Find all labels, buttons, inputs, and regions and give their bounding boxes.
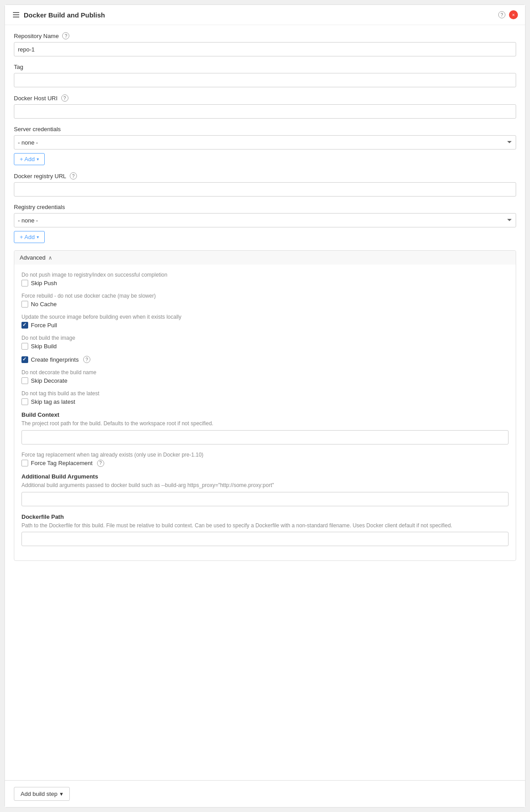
additional-args-group: Additional Build Arguments Additional bu…	[21, 473, 509, 506]
no-cache-checkbox[interactable]	[21, 301, 28, 308]
tag-label: Tag	[14, 64, 516, 70]
registry-credentials-select[interactable]: - none -	[14, 213, 516, 227]
advanced-header[interactable]: Advanced ∧	[14, 251, 516, 265]
no-cache-group: Force rebuild - do not use docker cache …	[21, 293, 509, 308]
skip-push-checkbox[interactable]	[21, 280, 28, 286]
skip-decorate-checkbox[interactable]	[21, 377, 28, 384]
no-cache-label[interactable]: No Cache	[31, 301, 57, 308]
registry-credentials-group: Registry credentials - none - + Add ▾	[14, 204, 516, 243]
skip-push-group: Do not push image to registry/index on s…	[21, 272, 509, 286]
page-title: Docker Build and Publish	[24, 11, 493, 19]
force-pull-group: Update the source image before building …	[21, 314, 509, 329]
force-pull-row: Force Pull	[21, 322, 509, 329]
docker-host-uri-input[interactable]	[14, 104, 516, 119]
skip-tag-checkbox[interactable]	[21, 398, 28, 405]
advanced-section: Advanced ∧ Do not push image to registry…	[14, 250, 516, 561]
repo-name-input[interactable]	[14, 42, 516, 56]
build-context-input[interactable]	[21, 430, 509, 444]
build-context-title: Build Context	[21, 411, 509, 418]
skip-tag-row: Skip tag as latest	[21, 398, 509, 405]
registry-credentials-add-button[interactable]: + Add ▾	[14, 231, 45, 243]
force-pull-checkbox[interactable]	[21, 322, 28, 329]
skip-tag-group: Do not tag this build as the latest Skip…	[21, 390, 509, 405]
registry-credentials-select-wrapper: - none -	[14, 213, 516, 227]
skip-decorate-hint: Do not decorate the build name	[21, 369, 509, 376]
registry-credentials-label: Registry credentials	[14, 204, 516, 210]
skip-push-label[interactable]: Skip Push	[31, 280, 57, 286]
force-tag-help-icon[interactable]: ?	[97, 460, 104, 467]
create-fingerprints-help-icon[interactable]: ?	[83, 356, 90, 363]
tag-group: Tag	[14, 64, 516, 87]
add-btn-1-arrow: ▾	[37, 157, 39, 162]
no-cache-row: No Cache	[21, 301, 509, 308]
create-fingerprints-row: Create fingerprints ?	[21, 356, 509, 363]
skip-tag-hint: Do not tag this build as the latest	[21, 390, 509, 397]
force-tag-checkbox[interactable]	[21, 460, 28, 466]
close-button[interactable]: ×	[509, 10, 518, 19]
add-build-step-label: Add build step	[21, 791, 57, 797]
docker-registry-url-help-icon[interactable]: ?	[70, 172, 77, 179]
skip-build-row: Skip Build	[21, 343, 509, 350]
skip-push-row: Skip Push	[21, 280, 509, 286]
add-build-step-button[interactable]: Add build step ▾	[14, 787, 70, 801]
skip-decorate-label[interactable]: Skip Decorate	[31, 377, 68, 384]
skip-build-label[interactable]: Skip Build	[31, 343, 57, 350]
advanced-label: Advanced	[20, 254, 46, 261]
force-tag-row: Force Tag Replacement ?	[21, 460, 509, 467]
header-help-icon[interactable]: ?	[498, 11, 505, 18]
build-context-hint: The project root path for the build. Def…	[21, 420, 509, 427]
main-card: Docker Build and Publish ? × Repository …	[4, 4, 526, 808]
repo-name-help-icon[interactable]: ?	[62, 32, 69, 39]
server-credentials-add-button[interactable]: + Add ▾	[14, 153, 45, 165]
repo-name-group: Repository Name ?	[14, 32, 516, 56]
server-credentials-select[interactable]: - none -	[14, 135, 516, 150]
server-credentials-group: Server credentials - none - + Add ▾	[14, 126, 516, 165]
footer-bar: Add build step ▾	[5, 780, 525, 807]
card-header: Docker Build and Publish ? ×	[5, 5, 525, 25]
tag-input[interactable]	[14, 73, 516, 87]
dockerfile-path-input[interactable]	[21, 532, 509, 546]
additional-args-title: Additional Build Arguments	[21, 473, 509, 480]
force-tag-label[interactable]: Force Tag Replacement	[31, 460, 93, 466]
dockerfile-path-hint: Path to the Dockerfile for this build. F…	[21, 522, 509, 530]
docker-registry-url-group: Docker registry URL ?	[14, 172, 516, 197]
docker-host-uri-label: Docker Host URI ?	[14, 94, 516, 102]
dockerfile-path-group: Dockerfile Path Path to the Dockerfile f…	[21, 513, 509, 547]
additional-args-hint: Additional build arguments passed to doc…	[21, 482, 509, 489]
docker-registry-url-label: Docker registry URL ?	[14, 172, 516, 179]
force-pull-hint: Update the source image before building …	[21, 314, 509, 320]
skip-build-checkbox[interactable]	[21, 343, 28, 350]
docker-host-uri-group: Docker Host URI ?	[14, 94, 516, 119]
skip-tag-label[interactable]: Skip tag as latest	[31, 398, 75, 405]
create-fingerprints-checkbox[interactable]	[21, 356, 28, 363]
hamburger-icon[interactable]	[12, 11, 20, 18]
skip-build-hint: Do not build the image	[21, 335, 509, 341]
create-fingerprints-label[interactable]: Create fingerprints	[31, 356, 79, 363]
force-tag-hint: Force tag replacement when tag already e…	[21, 452, 509, 458]
docker-registry-url-input[interactable]	[14, 182, 516, 197]
server-credentials-label: Server credentials	[14, 126, 516, 132]
add-btn-2-arrow: ▾	[37, 235, 39, 239]
skip-decorate-row: Skip Decorate	[21, 377, 509, 384]
skip-build-group: Do not build the image Skip Build	[21, 335, 509, 350]
skip-decorate-group: Do not decorate the build name Skip Deco…	[21, 369, 509, 384]
no-cache-hint: Force rebuild - do not use docker cache …	[21, 293, 509, 299]
dockerfile-path-title: Dockerfile Path	[21, 513, 509, 520]
advanced-chevron-icon: ∧	[48, 255, 52, 261]
advanced-body: Do not push image to registry/index on s…	[14, 265, 516, 560]
additional-args-input[interactable]	[21, 492, 509, 506]
page-wrapper: Docker Build and Publish ? × Repository …	[0, 0, 530, 812]
repo-name-label: Repository Name ?	[14, 32, 516, 39]
card-body: Repository Name ? Tag Docker Host URI ?	[5, 25, 525, 780]
server-credentials-select-wrapper: - none -	[14, 135, 516, 150]
create-fingerprints-group: Create fingerprints ?	[21, 356, 509, 363]
build-context-group: Build Context The project root path for …	[21, 411, 509, 444]
force-pull-label[interactable]: Force Pull	[31, 322, 57, 329]
docker-host-uri-help-icon[interactable]: ?	[61, 94, 68, 102]
add-build-step-arrow-icon: ▾	[60, 791, 63, 797]
skip-push-hint: Do not push image to registry/index on s…	[21, 272, 509, 278]
force-tag-group: Force tag replacement when tag already e…	[21, 452, 509, 467]
